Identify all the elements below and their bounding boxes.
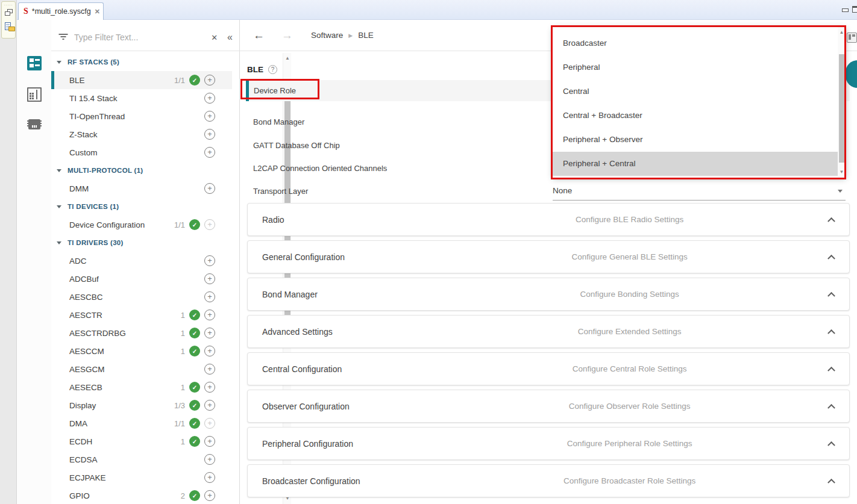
tree-item-ti-15-4-stack[interactable]: TI 15.4 Stack+: [51, 89, 232, 107]
add-instance-icon[interactable]: +: [204, 219, 215, 230]
tree-item-ecdh[interactable]: ECDH1✓+: [51, 432, 232, 450]
accordion-general-configuration[interactable]: General ConfigurationConfigure General B…: [247, 240, 850, 273]
collapse-chevron-icon[interactable]: [813, 217, 849, 222]
accordion-radio[interactable]: RadioConfigure BLE Radio Settings: [247, 203, 850, 236]
software-panel-icon[interactable]: [27, 56, 42, 70]
accordion-broadcaster-configuration[interactable]: Broadcaster ConfigurationConfigure Broad…: [247, 464, 850, 497]
config-row-gatt-database-off-chip[interactable]: GATT Database Off Chip: [253, 137, 340, 155]
accordion-bond-manager[interactable]: Bond ManagerConfigure Bonding Settings: [247, 278, 850, 311]
collapse-chevron-icon[interactable]: [813, 254, 849, 260]
dropdown-option-peripheral-central[interactable]: Peripheral + Central: [553, 152, 838, 176]
dropdown-scrollbar-thumb[interactable]: [839, 54, 844, 163]
collapse-chevron-icon[interactable]: [813, 403, 849, 409]
config-row-l2cap-connection-oriented-channels[interactable]: L2CAP Connection Oriented Channels: [253, 160, 387, 178]
tree-item-z-stack[interactable]: Z-Stack+: [51, 125, 232, 143]
tree-item-display[interactable]: Display1/3✓+: [51, 396, 232, 414]
add-instance-icon[interactable]: +: [204, 111, 215, 122]
accordion-advanced-settings[interactable]: Advanced SettingsConfigure Extended Sett…: [247, 315, 850, 348]
tree-item-ti-openthread[interactable]: TI-OpenThread+: [51, 107, 232, 125]
add-instance-icon[interactable]: +: [204, 490, 215, 501]
tree-item-aescbc[interactable]: AESCBC+: [51, 288, 232, 306]
collapse-chevron-icon[interactable]: [813, 441, 849, 446]
board-view-icon[interactable]: [27, 87, 42, 102]
file-explorer-icon[interactable]: [5, 22, 14, 33]
scroll-up-icon[interactable]: ▲: [838, 28, 846, 37]
collapse-arrow-icon[interactable]: [57, 241, 61, 244]
back-button[interactable]: ←: [253, 29, 265, 42]
add-instance-icon[interactable]: +: [204, 93, 215, 104]
tree-item-dmm[interactable]: DMM+: [51, 179, 232, 198]
drag-handle-icon[interactable]: ∙∙∙∙∙: [4, 3, 15, 7]
tab-close-icon[interactable]: ✕: [95, 8, 100, 16]
config-row-transport-layer[interactable]: Transport Layer: [253, 182, 308, 201]
tree-item-device-configuration[interactable]: Device Configuration1/1✓+: [51, 216, 232, 234]
collapse-panel-icon[interactable]: «: [227, 33, 233, 42]
tree-item-adcbuf[interactable]: ADCBuf+: [51, 270, 232, 288]
add-instance-icon[interactable]: +: [204, 454, 215, 465]
add-instance-icon[interactable]: +: [204, 346, 215, 356]
tree-category-multi-protocol-1-[interactable]: MULTI-PROTOCOL (1): [51, 161, 232, 179]
add-instance-icon[interactable]: +: [204, 418, 215, 429]
maximize-window-icon[interactable]: [852, 6, 857, 13]
tree-item-ble[interactable]: BLE1/1✓+: [51, 71, 232, 89]
tree-item-aesccm[interactable]: AESCCM1✓+: [51, 342, 232, 360]
dropdown-option-peripheral-observer[interactable]: Peripheral + Observer: [553, 128, 838, 152]
scroll-up-icon[interactable]: ▲: [283, 54, 292, 63]
add-instance-icon[interactable]: +: [204, 147, 215, 158]
tree-item-adc[interactable]: ADC+: [51, 252, 232, 270]
forward-button[interactable]: →: [281, 29, 293, 42]
dropdown-option-broadcaster[interactable]: Broadcaster: [553, 31, 838, 55]
collapse-chevron-icon[interactable]: [813, 478, 849, 484]
tree-category-rf-stacks-5-[interactable]: RF STACKS (5): [51, 53, 232, 71]
device-view-icon[interactable]: [27, 117, 42, 132]
collapse-arrow-icon[interactable]: [57, 205, 61, 208]
tree-item-aesgcm[interactable]: AESGCM+: [51, 360, 232, 378]
add-instance-icon[interactable]: +: [204, 291, 215, 302]
dropdown-scrollbar[interactable]: ▲ ▼: [838, 27, 846, 178]
breadcrumb-ble[interactable]: BLE: [358, 31, 374, 40]
add-instance-icon[interactable]: +: [204, 328, 215, 338]
editor-tab[interactable]: S *multi_role.syscfg ✕: [18, 2, 104, 20]
config-row-bond-manager[interactable]: Bond Manager: [253, 113, 304, 131]
add-instance-icon[interactable]: +: [204, 273, 215, 284]
collapse-chevron-icon[interactable]: [813, 329, 849, 334]
clear-filter-icon[interactable]: ✕: [211, 33, 218, 42]
tree-category-ti-devices-1-[interactable]: TI DEVICES (1): [51, 198, 232, 216]
tree-item-custom[interactable]: Custom+: [51, 143, 232, 161]
tree-item-ecjpake[interactable]: ECJPAKE+: [51, 468, 232, 487]
add-instance-icon[interactable]: +: [204, 183, 215, 194]
dropdown-option-central[interactable]: Central: [553, 79, 838, 104]
tree-item-dma[interactable]: DMA1/1✓+: [51, 414, 232, 432]
tree-item-aesctrdrbg[interactable]: AESCTRDRBG1✓+: [51, 324, 232, 342]
breadcrumb-software[interactable]: Software: [311, 31, 343, 40]
add-instance-icon[interactable]: +: [204, 400, 215, 411]
transport-layer-select[interactable]: None: [553, 182, 846, 201]
add-instance-icon[interactable]: +: [204, 129, 215, 140]
collapse-chevron-icon[interactable]: [813, 366, 849, 372]
help-icon[interactable]: ?: [268, 65, 277, 74]
tree-item-gpio[interactable]: GPIO2✓+: [51, 487, 232, 504]
tree-item-aesecb[interactable]: AESECB1✓+: [51, 378, 232, 396]
add-instance-icon[interactable]: +: [204, 472, 215, 483]
add-instance-icon[interactable]: +: [204, 310, 215, 320]
add-instance-icon[interactable]: +: [204, 255, 215, 266]
add-instance-icon[interactable]: +: [204, 75, 215, 86]
accordion-central-configuration[interactable]: Central ConfigurationConfigure Central R…: [247, 352, 850, 385]
add-instance-icon[interactable]: +: [204, 364, 215, 375]
add-instance-icon[interactable]: +: [204, 382, 215, 393]
filter-input[interactable]: [74, 33, 211, 42]
accordion-peripheral-configuration[interactable]: Peripheral ConfigurationConfigure Periph…: [247, 427, 850, 460]
tree-category-ti-drivers-30-[interactable]: TI DRIVERS (30): [51, 234, 232, 252]
panel-toggle-icon[interactable]: [847, 33, 857, 43]
accordion-observer-configuration[interactable]: Observer ConfigurationConfigure Observer…: [247, 390, 850, 423]
collapse-chevron-icon[interactable]: [813, 291, 849, 297]
tree-item-aesctr[interactable]: AESCTR1✓+: [51, 306, 232, 324]
dropdown-option-peripheral[interactable]: Peripheral: [553, 55, 838, 79]
add-instance-icon[interactable]: +: [204, 436, 215, 447]
collapse-arrow-icon[interactable]: [57, 169, 61, 172]
tree-item-ecdsa[interactable]: ECDSA+: [51, 450, 232, 468]
scroll-down-icon[interactable]: ▼: [838, 168, 846, 176]
restore-view-icon[interactable]: [5, 9, 14, 17]
collapse-arrow-icon[interactable]: [57, 61, 61, 64]
dropdown-option-central-broadcaster[interactable]: Central + Broadcaster: [553, 104, 838, 128]
